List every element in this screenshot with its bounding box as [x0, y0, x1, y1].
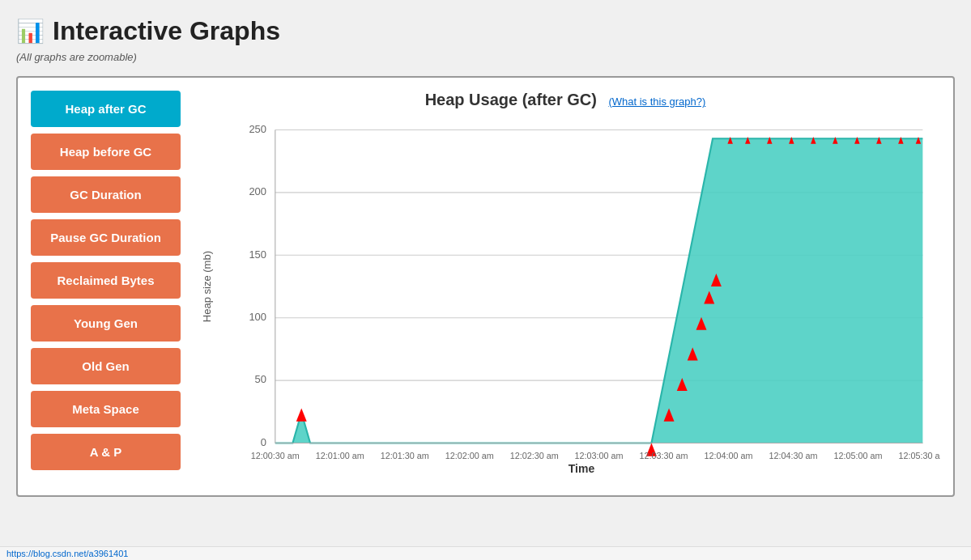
sidebar-btn-gc-duration[interactable]: GC Duration	[31, 176, 181, 213]
chart-title-row: Heap Usage (after GC) (What is this grap…	[190, 91, 940, 109]
chart-svg: 0 50 100 150 200 250	[223, 112, 940, 460]
svg-text:12:02:00 am: 12:02:00 am	[445, 451, 494, 460]
svg-marker-14	[296, 409, 307, 422]
sidebar-btn-meta-space[interactable]: Meta Space	[31, 391, 181, 427]
svg-text:200: 200	[249, 185, 266, 197]
chart-info-link[interactable]: (What is this graph?)	[608, 95, 705, 108]
svg-text:50: 50	[255, 373, 266, 385]
main-panel: Heap after GCHeap before GCGC DurationPa…	[16, 76, 955, 497]
sidebar-btn-pause-gc-duration[interactable]: Pause GC Duration	[31, 219, 181, 256]
svg-text:12:00:30 am: 12:00:30 am	[251, 451, 300, 460]
svg-text:12:04:00 am: 12:04:00 am	[705, 451, 753, 460]
chart-title: Heap Usage (after GC)	[425, 91, 597, 108]
sidebar-btn-young-gen[interactable]: Young Gen	[31, 305, 181, 342]
y-axis-label: Heap size (mb)	[201, 251, 213, 322]
svg-text:12:03:00 am: 12:03:00 am	[575, 451, 624, 460]
page-title: Interactive Graphs	[53, 16, 280, 46]
svg-text:250: 250	[249, 123, 266, 135]
svg-text:12:02:30 am: 12:02:30 am	[510, 451, 559, 460]
page-header: 📊 Interactive Graphs	[16, 16, 955, 46]
sidebar: Heap after GCHeap before GCGC DurationPa…	[31, 91, 181, 482]
svg-text:12:03:30 am: 12:03:30 am	[640, 451, 688, 460]
sidebar-btn-a-and-p[interactable]: A & P	[31, 434, 181, 470]
sidebar-btn-heap-after-gc[interactable]: Heap after GC	[31, 91, 181, 127]
svg-text:12:05:30 am: 12:05:30 am	[898, 451, 940, 460]
sidebar-btn-heap-before-gc[interactable]: Heap before GC	[31, 134, 181, 170]
x-axis-label: Time	[223, 462, 940, 475]
chart-area: Heap Usage (after GC) (What is this grap…	[190, 91, 940, 482]
sidebar-btn-reclaimed-bytes[interactable]: Reclaimed Bytes	[31, 262, 181, 299]
svg-text:12:01:00 am: 12:01:00 am	[316, 451, 364, 460]
subtitle: (All graphs are zoomable)	[16, 51, 955, 63]
svg-text:150: 150	[249, 248, 266, 261]
svg-text:12:01:30 am: 12:01:30 am	[381, 451, 429, 460]
bar-chart-icon: 📊	[16, 18, 45, 45]
sidebar-btn-old-gen[interactable]: Old Gen	[31, 348, 181, 384]
svg-text:12:04:30 am: 12:04:30 am	[769, 451, 817, 460]
svg-text:100: 100	[249, 311, 266, 323]
svg-text:12:05:00 am: 12:05:00 am	[833, 451, 882, 460]
svg-text:0: 0	[261, 436, 266, 448]
